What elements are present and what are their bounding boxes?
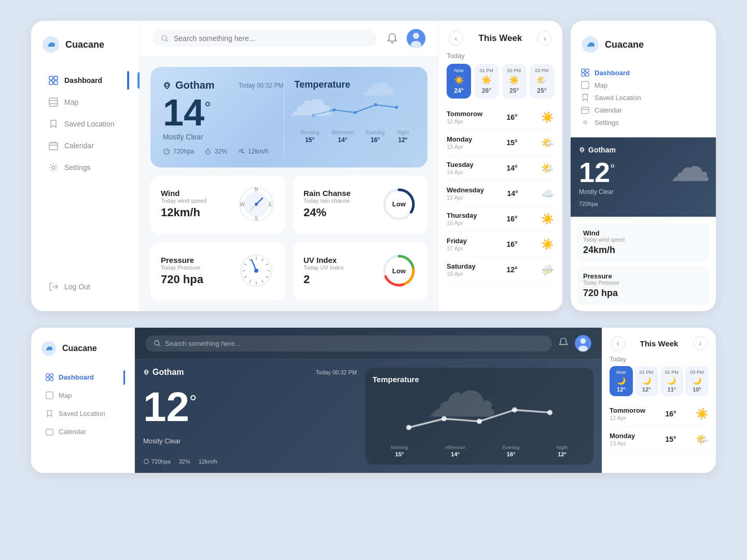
bottom-weekly-prev[interactable]: ‹ <box>611 336 625 351</box>
week-row-3[interactable]: Wednesday 15 Apr 14° ☁️ <box>447 181 554 206</box>
bottom-sidebar: Cuacane Dashboard Map Saved Location <box>31 328 135 473</box>
svg-text:E: E <box>269 202 272 207</box>
dark-night-label: Night <box>557 445 568 450</box>
search-input[interactable] <box>174 34 368 43</box>
bottom-week-icon-0: ☀️ <box>696 408 709 420</box>
bottom-week-row-0[interactable]: Tommorow 12 Apr 16° ☀️ <box>610 401 709 427</box>
bottom-week-temp-1: 15° <box>665 435 676 443</box>
notification-icon[interactable] <box>385 31 399 46</box>
dark-humidity-stat: 32% <box>179 458 190 465</box>
sidebar-nav: Dashboard Map Saved Location <box>42 71 129 267</box>
week-day-group-1: Monday 13 Apr <box>447 135 483 150</box>
weather-hero-left: Gotham Today 00:32 PM 14 ° Mostly Clear <box>163 79 284 155</box>
week-row-1[interactable]: Monday 13 Apr 15° 🌤️ <box>447 130 554 156</box>
bottom-hourly-2[interactable]: 02 PM 🌙 11° <box>660 366 684 396</box>
svg-rect-4 <box>54 81 58 85</box>
rain-gauge-label: Low <box>392 200 406 208</box>
weekly-prev-btn[interactable]: ‹ <box>449 31 463 46</box>
svg-point-73 <box>155 341 159 345</box>
week-row-2[interactable]: Tuesday 14 Apr 14° 🌤️ <box>447 156 554 181</box>
dup-wind-title: Wind <box>583 229 703 237</box>
dup-brand-name: Cuacane <box>605 39 644 50</box>
bottom-week-row-1[interactable]: Monday 13 Apr 15° 🌤️ <box>610 427 709 452</box>
hourly-time-3: 03 PM <box>535 68 548 73</box>
bottom-hourly-temp-0: 12° <box>617 386 626 393</box>
temp-morning: Morning 15° <box>300 130 319 144</box>
bottom-bell-icon[interactable] <box>558 337 569 349</box>
dup-nav-map[interactable]: Map <box>581 81 706 89</box>
bookmark-icon <box>49 119 58 129</box>
today-hourly: Now ☀️ 24° 01 PM ☀️ 26° 02 PM ☀️ 25° <box>447 64 554 99</box>
bottom-topbar: Search something here... <box>135 328 602 359</box>
bottom-hourly-time-2: 02 PM <box>665 370 679 375</box>
dup-nav-settings[interactable]: Settings <box>581 118 706 127</box>
hourly-item-2[interactable]: 02 PM ☀️ 25° <box>502 64 527 99</box>
location-icon <box>163 81 171 90</box>
weekly-next-btn[interactable]: › <box>537 31 552 46</box>
bottom-today-label: Today <box>610 356 709 363</box>
bottom-search-icon <box>154 340 161 347</box>
temp-evening: Evening 16° <box>366 130 384 144</box>
week-icon-3: ☁️ <box>541 187 554 200</box>
week-row-6[interactable]: Saturday 18 Apr 12° ⛈️ <box>447 257 554 283</box>
bottom-week-list: Tommorow 12 Apr 16° ☀️ Monday 13 Apr 15°… <box>602 401 716 473</box>
sidebar-item-calendar[interactable]: Calendar <box>42 136 129 156</box>
bottom-nav-map[interactable]: Map <box>40 387 125 403</box>
bottom-main-inner: Search something here... ☁ <box>135 328 602 473</box>
dup-nav-dashboard[interactable]: Dashboard <box>581 68 706 77</box>
dark-location-row: Gotham Today 00:32 PM <box>143 368 357 377</box>
week-row-4[interactable]: Thursday 16 Apr 16° ☀️ <box>447 206 554 232</box>
hourly-item-1[interactable]: 01 PM ☀️ 26° <box>474 64 499 99</box>
hourly-item-3[interactable]: 03 PM 🌤️ 25° <box>530 64 554 99</box>
bottom-avatar[interactable] <box>575 335 591 352</box>
weather-humidity-stat: 32% <box>204 148 227 155</box>
pressure-card-subtitle: Today Pressure <box>161 264 203 271</box>
bottom-weekly-next[interactable]: › <box>693 336 708 351</box>
evening-label: Evening <box>366 130 384 135</box>
svg-line-40 <box>266 264 268 265</box>
week-day-0: Tommorow <box>447 110 483 118</box>
sidebar-item-settings[interactable]: Settings <box>42 158 129 177</box>
dark-night: Night 12° <box>557 445 568 457</box>
dark-temp-chart: Temperature Morning 15° <box>365 368 593 465</box>
bottom-nav-calendar[interactable]: Calendar <box>40 424 125 440</box>
svg-point-14 <box>162 35 167 40</box>
bottom-search[interactable]: Search something here... <box>145 335 552 352</box>
week-date-2: 14 Apr <box>447 169 483 175</box>
sidebar-item-map[interactable]: Map <box>42 92 129 112</box>
bottom-hourly-3[interactable]: 03 PM 🌙 10° <box>685 366 709 396</box>
week-row-0[interactable]: Tommorow 12 Apr 16° ☀️ <box>447 105 554 130</box>
dark-temp-label: Temperature <box>372 375 586 384</box>
week-row-5[interactable]: Friday 17 Apr 16° ☀️ <box>447 232 554 257</box>
bottom-week-date-0: 12 Apr <box>610 415 646 421</box>
hourly-item-0[interactable]: Now ☀️ 24° <box>447 64 471 99</box>
bottom-nav-dashboard[interactable]: Dashboard <box>40 369 125 385</box>
dark-chart-svg <box>372 388 586 441</box>
grid-icon <box>49 76 58 85</box>
weekly-title: This Week <box>479 33 522 44</box>
dup-nav-calendar[interactable]: Calendar <box>581 106 706 114</box>
dup-nav-saved[interactable]: Saved Location <box>581 93 706 102</box>
svg-point-17 <box>413 33 419 39</box>
sidebar-label-saved: Saved Location <box>64 120 115 128</box>
search-box[interactable] <box>153 30 377 47</box>
logout-button[interactable]: Log Out <box>42 277 129 297</box>
svg-point-22 <box>333 108 336 111</box>
dark-temp-display: 12 <box>143 386 189 428</box>
svg-point-24 <box>374 103 377 106</box>
rain-card-subtitle: Today rain chanse <box>303 198 351 204</box>
sidebar-item-dashboard[interactable]: Dashboard <box>42 71 129 90</box>
bottom-nav-saved[interactable]: Saved Location <box>40 405 125 422</box>
weather-pressure-stat: 720hpa <box>163 148 194 155</box>
week-date-0: 12 Apr <box>447 118 483 124</box>
dark-evening-label: Evening <box>503 445 520 450</box>
dark-stats: 720hpa 32% 12km/h <box>143 458 357 465</box>
bottom-hourly-0[interactable]: Now 🌙 12° <box>610 366 633 396</box>
user-avatar[interactable] <box>407 29 425 48</box>
bottom-hourly-1[interactable]: 01 PM 🌙 12° <box>635 366 658 396</box>
weekly-panel: ‹ This Week › Today Now ☀️ 24° 01 PM <box>438 21 562 311</box>
svg-rect-72 <box>46 429 53 436</box>
search-icon <box>161 34 169 43</box>
sidebar-item-saved[interactable]: Saved Location <box>42 114 129 134</box>
dark-afternoon: Afternoon 14° <box>445 445 465 457</box>
